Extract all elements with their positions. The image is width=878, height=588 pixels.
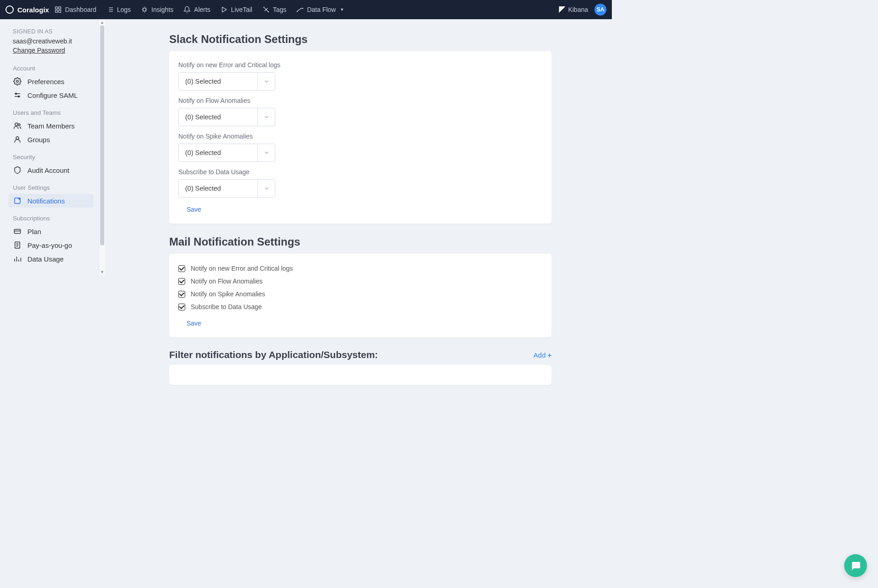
sidebar-item-plan[interactable]: Plan [0, 225, 98, 238]
scroll-down-icon[interactable]: ▼ [99, 269, 105, 275]
sidebar-item-audit-account[interactable]: Audit Account [0, 163, 98, 177]
svg-rect-0 [55, 7, 58, 9]
tags-icon [262, 6, 270, 13]
nav-label: Data Flow [307, 6, 336, 13]
filter-header: Filter notifications by Application/Subs… [169, 349, 551, 360]
users-icon [13, 121, 22, 130]
mail-save-button[interactable]: Save [178, 320, 201, 327]
sidebar-item-label: Notifications [27, 197, 65, 205]
slack-spike-select[interactable]: (0) Selected [178, 144, 275, 162]
list-icon [107, 6, 114, 13]
sidebar-item-label: Configure SAML [27, 91, 78, 99]
sidebar-item-team-members[interactable]: Team Members [0, 119, 98, 133]
filter-card [169, 365, 551, 385]
kibana-icon [559, 6, 565, 13]
chevron-down-icon [257, 144, 275, 161]
slack-datausage-select[interactable]: (0) Selected [178, 179, 275, 198]
add-filter-button[interactable]: Add + [534, 351, 551, 359]
chevron-down-icon: ▼ [340, 7, 344, 12]
sidebar-item-data-usage[interactable]: Data Usage [0, 252, 98, 266]
slack-field-label: Notify on Spike Anomalies [178, 133, 542, 140]
svg-point-10 [143, 8, 146, 11]
bug-icon [141, 6, 148, 13]
slack-field-label: Notify on new Error and Critical logs [178, 61, 542, 69]
change-password-link[interactable]: Change Password [13, 47, 91, 54]
scrollbar-thumb[interactable] [100, 26, 104, 245]
nav-alerts[interactable]: Alerts [183, 6, 210, 13]
shield-icon [13, 166, 22, 175]
nav-tags[interactable]: Tags [262, 6, 287, 13]
slack-field-label: Notify on Flow Anomalies [178, 97, 542, 104]
user-email: saas@creativeweb.it [13, 37, 91, 45]
sidebar-item-payg[interactable]: Pay-as-you-go [0, 238, 98, 252]
mail-settings-card: Notify on new Error and Critical logs No… [169, 254, 551, 337]
mail-spike-checkbox[interactable] [178, 291, 185, 298]
bell-icon [183, 6, 191, 13]
sidebar-item-notifications[interactable]: Notifications [8, 194, 93, 208]
nav-dataflow[interactable]: Data Flow ▼ [296, 6, 344, 13]
section-label-account: Account [0, 58, 98, 75]
nav-label: Logs [117, 6, 131, 13]
nav-label: Tags [273, 6, 287, 13]
nav-label: Insights [151, 6, 173, 13]
slack-settings-card: Notify on new Error and Critical logs (0… [169, 51, 551, 224]
mail-datausage-checkbox[interactable] [178, 304, 185, 310]
slack-field-label: Subscribe to Data Usage [178, 168, 542, 176]
filter-title: Filter notifications by Application/Subs… [169, 349, 378, 360]
sidebar-item-label: Preferences [27, 78, 64, 86]
receipt-icon [13, 241, 22, 250]
slack-save-button[interactable]: Save [178, 206, 201, 213]
section-label-users-teams: Users and Teams [0, 102, 98, 119]
brand-name: Coralogix [17, 6, 49, 14]
flow-icon [296, 6, 304, 13]
user-avatar[interactable]: SA [594, 4, 606, 16]
mail-check-label: Notify on Spike Anomalies [191, 290, 265, 298]
sidebar-item-label: Data Usage [27, 255, 64, 263]
section-label-subscriptions: Subscriptions [0, 208, 98, 225]
sliders-icon [13, 91, 22, 100]
mail-check-label: Notify on Flow Anomalies [191, 278, 262, 285]
play-icon [220, 6, 228, 13]
mail-settings-title: Mail Notification Settings [169, 235, 551, 248]
mail-flow-checkbox[interactable] [178, 278, 185, 285]
mail-check-label: Subscribe to Data Usage [191, 303, 262, 310]
svg-point-21 [268, 11, 268, 12]
sidebar-item-label: Plan [27, 228, 41, 235]
nav-livetail[interactable]: LiveTail [220, 6, 252, 13]
sidebar-item-label: Pay-as-you-go [27, 241, 72, 249]
svg-point-24 [16, 80, 19, 83]
nav-logs[interactable]: Logs [107, 6, 131, 13]
svg-point-20 [263, 7, 264, 8]
svg-rect-3 [59, 10, 61, 12]
svg-point-31 [16, 137, 19, 139]
nav-label: Dashboard [65, 6, 96, 13]
brand[interactable]: Coralogix [5, 5, 49, 14]
nav-insights[interactable]: Insights [141, 6, 173, 13]
nav-dashboard[interactable]: Dashboard [54, 6, 96, 13]
gear-icon [13, 77, 22, 86]
section-label-security: Security [0, 146, 98, 163]
sidebar-item-label: Team Members [27, 122, 75, 130]
nav-items: Dashboard Logs Insights Alerts LiveTail … [54, 6, 344, 13]
scroll-up-icon[interactable]: ▲ [99, 19, 105, 26]
topbar-right: Kibana SA [559, 4, 606, 16]
add-label: Add [534, 351, 546, 359]
mail-error-checkbox[interactable] [178, 265, 185, 272]
select-value: (0) Selected [179, 108, 257, 126]
svg-line-18 [146, 11, 146, 11]
sidebar-scrollbar[interactable]: ▲ ▼ [99, 19, 105, 275]
select-value: (0) Selected [179, 144, 257, 161]
slack-flow-select[interactable]: (0) Selected [178, 108, 275, 126]
nav-label: Alerts [194, 6, 210, 13]
sidebar-item-preferences[interactable]: Preferences [0, 75, 98, 88]
svg-line-16 [146, 8, 146, 8]
kibana-link[interactable]: Kibana [559, 6, 588, 13]
svg-point-33 [18, 198, 21, 200]
slack-error-select[interactable]: (0) Selected [178, 72, 275, 91]
card-icon [13, 227, 22, 236]
svg-point-23 [303, 8, 303, 9]
svg-rect-2 [55, 10, 58, 12]
signed-in-label: SIGNED IN AS [13, 28, 91, 35]
sidebar-item-groups[interactable]: Groups [0, 133, 98, 146]
sidebar-item-configure-saml[interactable]: Configure SAML [0, 88, 98, 102]
